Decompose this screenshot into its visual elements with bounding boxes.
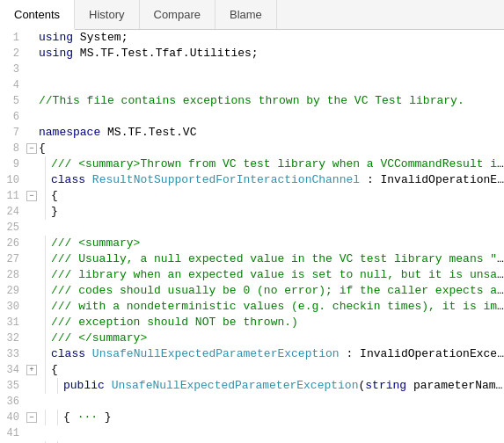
tab-compare[interactable]: Compare — [140, 0, 215, 29]
code-content: /// <summary> — [51, 236, 504, 251]
line-number: 5 — [0, 93, 25, 109]
code-content: //This file contains exceptions thrown b… — [39, 93, 504, 109]
indent-guide — [39, 156, 51, 172]
code-content: { — [39, 141, 504, 156]
line-number: 31 — [0, 315, 25, 330]
fold-open-button[interactable]: + — [26, 365, 37, 375]
code-content: /// <summary>Thrown from VC test library… — [51, 156, 504, 172]
indent-guide — [39, 330, 51, 346]
code-line: 6 — [0, 109, 504, 125]
indent-guide — [39, 315, 51, 330]
line-number: 32 — [0, 330, 25, 346]
indent-guide — [39, 188, 51, 204]
code-line: 3 — [0, 62, 504, 77]
code-line: 35public UnsafeNullExpectedParameterExce… — [0, 378, 504, 394]
line-number: 2 — [0, 46, 25, 62]
indent-guide — [39, 283, 51, 299]
indent-guide — [51, 410, 63, 425]
code-content: { ··· } — [63, 410, 504, 425]
code-content: using System; — [39, 30, 504, 46]
code-line: 27/// Usually, a null expected value in … — [0, 251, 504, 267]
line-number: 30 — [0, 299, 25, 315]
code-content: namespace MS.TF.Test.VC — [39, 125, 504, 141]
code-content: /// codes should usually be 0 (no error)… — [51, 283, 504, 299]
fold-column[interactable]: − — [25, 191, 39, 201]
indent-guide — [39, 378, 51, 394]
indent-guide — [39, 267, 51, 283]
fold-close-button[interactable]: − — [26, 191, 37, 201]
line-number: 29 — [0, 283, 25, 299]
code-content: using MS.TF.Test.Tfaf.Utilities; — [39, 46, 504, 62]
code-line: 31/// exception should NOT be thrown.) — [0, 315, 504, 330]
code-line: 32/// </summary> — [0, 330, 504, 346]
line-number: 4 — [0, 77, 25, 93]
tab-blame[interactable]: Blame — [215, 0, 277, 29]
line-number: 25 — [0, 220, 25, 236]
indent-guide — [39, 172, 51, 188]
code-line: 28/// library when an expected value is … — [0, 267, 504, 283]
line-number: 1 — [0, 30, 25, 46]
code-content: /// library when an expected value is se… — [51, 267, 504, 283]
indent-guide — [39, 410, 51, 425]
fold-close-button[interactable]: − — [26, 412, 37, 423]
code-line: 36 — [0, 394, 504, 410]
line-number: 9 — [0, 156, 25, 172]
fold-column[interactable]: + — [25, 365, 39, 375]
code-line: 29/// codes should usually be 0 (no erro… — [0, 283, 504, 299]
indent-guide — [39, 204, 51, 220]
code-content: class UnsafeNullExpectedParameterExcepti… — [51, 346, 504, 362]
line-number: 10 — [0, 172, 25, 188]
fold-column[interactable]: − — [25, 143, 39, 154]
code-line: 10class ResultNotSupportedForInteraction… — [0, 172, 504, 188]
code-line: 8−{ — [0, 141, 504, 156]
line-number: 27 — [0, 251, 25, 267]
code-line: 9/// <summary>Thrown from VC test librar… — [0, 156, 504, 172]
tab-history[interactable]: History — [75, 0, 139, 29]
code-line: 30/// with a nondeterministic values (e.… — [0, 299, 504, 315]
code-line: 5//This file contains exceptions thrown … — [0, 93, 504, 109]
line-number: 26 — [0, 236, 25, 251]
line-number: 7 — [0, 125, 25, 141]
code-area: 1using System;2using MS.TF.Test.Tfaf.Uti… — [0, 30, 504, 443]
code-content: class ResultNotSupportedForInteractionCh… — [51, 172, 504, 188]
line-number: 6 — [0, 109, 25, 125]
code-line: 1using System; — [0, 30, 504, 46]
line-number: 35 — [0, 378, 25, 394]
line-number: 11 — [0, 188, 25, 204]
code-line: 34+{ — [0, 362, 504, 378]
line-number: 24 — [0, 204, 25, 220]
code-line: 7namespace MS.TF.Test.VC — [0, 125, 504, 141]
code-content: /// with a nondeterministic values (e.g.… — [51, 299, 504, 315]
indent-guide — [39, 251, 51, 267]
tab-contents[interactable]: Contents — [0, 0, 75, 30]
code-line: 11−{ — [0, 188, 504, 204]
code-content: /// Usually, a null expected value in th… — [51, 251, 504, 267]
line-number: 40 — [0, 410, 25, 425]
tab-bar: Contents History Compare Blame — [0, 0, 504, 30]
code-content: } — [51, 204, 504, 220]
code-line: 33class UnsafeNullExpectedParameterExcep… — [0, 346, 504, 362]
indent-guide — [39, 299, 51, 315]
fold-close-button[interactable]: − — [26, 143, 37, 154]
line-number: 3 — [0, 62, 25, 77]
indent-guide — [39, 362, 51, 378]
code-content: { — [51, 188, 504, 204]
fold-column[interactable]: − — [25, 412, 39, 423]
line-number: 28 — [0, 267, 25, 283]
code-line: 40−{ ··· } — [0, 410, 504, 425]
indent-guide — [39, 236, 51, 251]
code-content: /// exception should NOT be thrown.) — [51, 315, 504, 330]
code-line: 41 — [0, 425, 504, 441]
code-line: 4 — [0, 77, 504, 93]
line-number: 34 — [0, 362, 25, 378]
line-number: 36 — [0, 394, 25, 410]
code-content: { — [51, 362, 504, 378]
code-line: 2using MS.TF.Test.Tfaf.Utilities; — [0, 46, 504, 62]
code-line: 25 — [0, 220, 504, 236]
line-number: 33 — [0, 346, 25, 362]
code-line: 24} — [0, 204, 504, 220]
code-content: public UnsafeNullExpectedParameterExcept… — [63, 378, 504, 394]
code-line: 26/// <summary> — [0, 236, 504, 251]
line-number: 8 — [0, 141, 25, 156]
line-number: 41 — [0, 425, 25, 441]
